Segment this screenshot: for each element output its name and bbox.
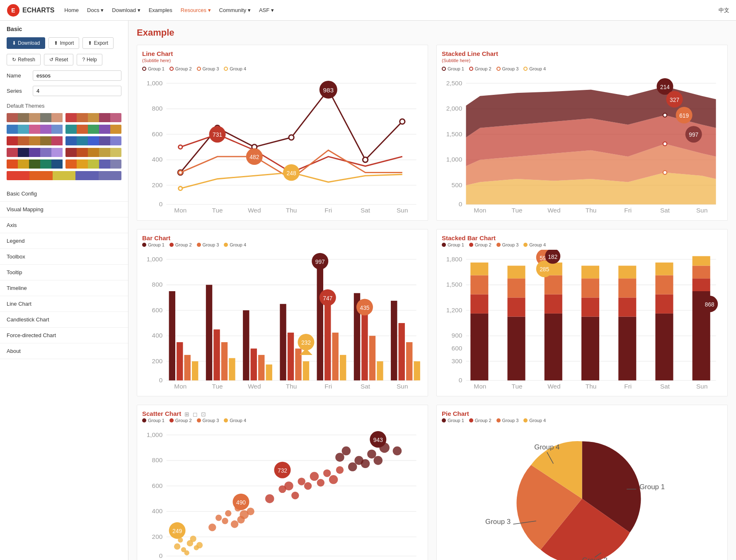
line-chart-container: Line Chart (Subtitle here) Group 1 Group… (137, 45, 428, 221)
theme-swatch-10[interactable] (65, 159, 122, 169)
sc-label-1: Group 1 (148, 418, 165, 423)
svg-text:Thu: Thu (286, 207, 297, 214)
theme-swatch-5[interactable] (7, 136, 63, 145)
svg-text:0: 0 (165, 558, 168, 560)
main-content: Example Line Chart (Subtitle here) Group… (128, 21, 736, 560)
scatter-title: Scatter Chart (142, 410, 181, 417)
export-button[interactable]: ⬆ Export (82, 37, 114, 49)
pie-label-2: Group 2 (475, 418, 491, 423)
theme-swatch-11[interactable] (7, 171, 121, 180)
theme-swatch-6[interactable] (65, 136, 122, 145)
svg-point-229 (298, 478, 305, 485)
nav-visual-mapping[interactable]: Visual Mapping (0, 202, 128, 217)
nav-candlestick[interactable]: Candlestick Chart (0, 312, 128, 328)
svg-rect-105 (280, 304, 286, 380)
svg-text:249: 249 (172, 528, 182, 534)
svg-text:868: 868 (705, 301, 714, 307)
nav-timeline[interactable]: Timeline (0, 280, 128, 296)
svg-text:400: 400 (152, 507, 163, 514)
export-label: Export (94, 40, 108, 46)
scatter-tool-1[interactable]: ⊞ (184, 411, 189, 418)
navbar: E ECHARTS Home Docs ▾ Download ▾ Example… (0, 0, 736, 21)
svg-text:Sun: Sun (696, 383, 707, 390)
svg-text:400: 400 (152, 156, 163, 163)
legend-dot-4 (224, 67, 228, 71)
nav-download[interactable]: Download ▾ (112, 7, 140, 13)
download-button[interactable]: ⬇ Download (7, 37, 45, 49)
pie-group3-label: Group 3 (485, 518, 511, 526)
series-input[interactable] (33, 86, 121, 96)
logo[interactable]: E ECHARTS (7, 4, 54, 17)
svg-text:1,800: 1,800 (446, 255, 462, 262)
svg-rect-179 (692, 278, 710, 291)
nav-toolbox[interactable]: Toolbox (0, 249, 128, 265)
svg-rect-159 (545, 294, 562, 313)
bar-label-1: Group 1 (148, 242, 165, 247)
nav-tooltip[interactable]: Tooltip (0, 265, 128, 280)
svg-text:600: 600 (152, 306, 163, 313)
nav-docs[interactable]: Docs ▾ (87, 7, 104, 13)
svg-rect-94 (177, 342, 183, 380)
bar-chart-title: Bar Chart (142, 234, 423, 241)
svg-text:500: 500 (452, 181, 462, 188)
theme-swatch-7[interactable] (7, 148, 63, 157)
svg-text:232: 232 (301, 339, 311, 346)
svg-text:800: 800 (152, 281, 163, 288)
name-input[interactable] (33, 70, 121, 81)
import-button[interactable]: ⬆ Import (48, 37, 79, 49)
reset-icon: ↺ (49, 57, 53, 63)
theme-swatch-8[interactable] (65, 148, 122, 157)
pie-label-3: Group 3 (502, 418, 519, 423)
svg-text:Sat: Sat (660, 207, 670, 214)
svg-text:943: 943 (373, 437, 383, 443)
nav-force-directed[interactable]: Force-directed Chart (0, 328, 128, 343)
scatter-tool-2[interactable]: ◻ (193, 411, 198, 418)
sb-dot-1 (442, 243, 446, 247)
nav-home[interactable]: Home (64, 7, 79, 13)
svg-rect-181 (692, 256, 710, 266)
pie-legend-3: Group 3 (496, 418, 519, 423)
nav-line-chart[interactable]: Line Chart (0, 296, 128, 312)
svg-text:732: 732 (278, 467, 287, 474)
svg-text:731: 731 (213, 131, 222, 138)
svg-rect-128 (406, 342, 412, 380)
theme-swatch-4[interactable] (65, 125, 122, 134)
svg-text:997: 997 (315, 258, 325, 265)
nav-basic-config[interactable]: Basic Config (0, 186, 128, 202)
theme-swatch-9[interactable] (7, 159, 63, 169)
svg-point-219 (225, 510, 231, 517)
nav-legend[interactable]: Legend (0, 233, 128, 249)
svg-text:248: 248 (287, 170, 296, 176)
nav-community[interactable]: Community ▾ (219, 7, 251, 13)
refresh-button[interactable]: ↻ Refresh (7, 54, 41, 65)
nav-about[interactable]: About (0, 343, 128, 359)
svg-point-34 (179, 171, 182, 174)
refresh-icon: ↻ (12, 57, 16, 63)
nav-axis[interactable]: Axis (0, 217, 128, 233)
nav-resources[interactable]: Resources ▾ (181, 7, 211, 13)
theme-swatch-3[interactable] (7, 125, 63, 134)
svg-point-217 (215, 514, 222, 521)
svg-point-209 (196, 542, 203, 548)
example-title: Example (137, 27, 728, 38)
help-button[interactable]: ? Help (77, 54, 102, 65)
svg-text:619: 619 (679, 112, 689, 119)
theme-swatch-2[interactable] (65, 113, 122, 122)
lang-switch[interactable]: 中文 (719, 7, 729, 14)
theme-swatch-1[interactable] (7, 113, 63, 122)
svg-point-37 (179, 186, 182, 190)
svg-text:435: 435 (360, 304, 369, 311)
bar-legend: Group 1 Group 2 Group 3 Group 4 (142, 242, 423, 247)
svg-text:600: 600 (452, 345, 462, 352)
svg-point-239 (342, 447, 351, 456)
svg-rect-104 (266, 364, 272, 380)
svg-rect-177 (655, 262, 673, 275)
download-icon: ⬇ (12, 40, 16, 46)
scatter-tool-3[interactable]: ⊡ (201, 411, 206, 418)
sl-legend-3: Group 3 (496, 66, 519, 71)
nav-asf[interactable]: ASF ▾ (259, 7, 274, 13)
bar-label-3: Group 3 (203, 242, 219, 247)
reset-button[interactable]: ↺ Reset (44, 54, 73, 65)
svg-rect-116 (332, 333, 339, 380)
nav-examples[interactable]: Examples (149, 7, 172, 13)
